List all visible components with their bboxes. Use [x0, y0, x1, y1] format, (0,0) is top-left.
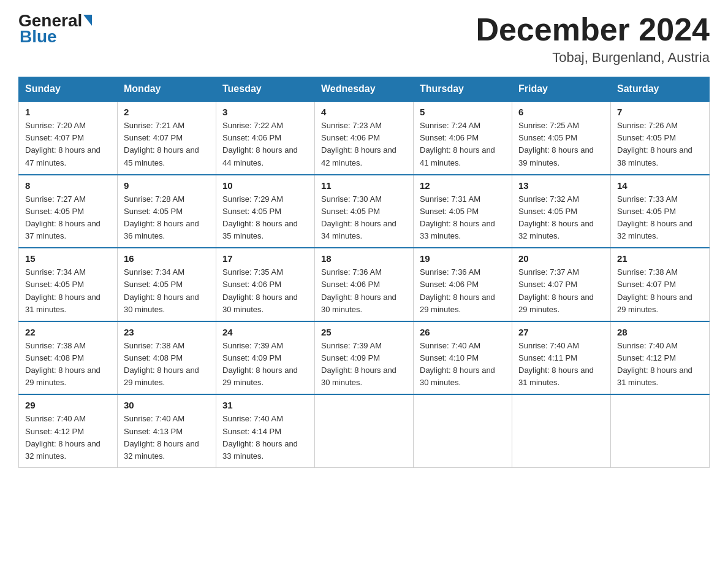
day-info: Sunrise: 7:20 AMSunset: 4:07 PMDaylight:… — [25, 120, 111, 169]
day-number: 10 — [222, 180, 308, 191]
day-info: Sunrise: 7:40 AMSunset: 4:10 PMDaylight:… — [420, 340, 506, 389]
day-number: 6 — [518, 107, 604, 117]
calendar-week-row-2: 8Sunrise: 7:27 AMSunset: 4:05 PMDaylight… — [19, 175, 710, 248]
calendar-cell — [611, 394, 710, 467]
day-info: Sunrise: 7:34 AMSunset: 4:05 PMDaylight:… — [124, 266, 210, 316]
day-number: 1 — [25, 107, 111, 117]
calendar-cell: 3Sunrise: 7:22 AMSunset: 4:06 PMDaylight… — [216, 101, 315, 175]
day-info: Sunrise: 7:29 AMSunset: 4:05 PMDaylight:… — [222, 193, 308, 243]
day-number: 29 — [25, 400, 111, 410]
day-number: 2 — [124, 107, 210, 117]
calendar-cell: 18Sunrise: 7:36 AMSunset: 4:06 PMDayligh… — [315, 248, 414, 321]
calendar-cell: 5Sunrise: 7:24 AMSunset: 4:06 PMDaylight… — [414, 101, 512, 175]
calendar-cell — [315, 394, 414, 467]
location-title: Tobaj, Burgenland, Austria — [476, 50, 710, 66]
day-info: Sunrise: 7:35 AMSunset: 4:06 PMDaylight:… — [222, 266, 308, 316]
col-saturday: Saturday — [611, 77, 710, 102]
calendar-cell: 23Sunrise: 7:38 AMSunset: 4:08 PMDayligh… — [118, 321, 216, 395]
calendar-cell: 7Sunrise: 7:26 AMSunset: 4:05 PMDaylight… — [611, 101, 710, 175]
day-number: 23 — [124, 327, 210, 337]
calendar-cell: 25Sunrise: 7:39 AMSunset: 4:09 PMDayligh… — [315, 321, 414, 395]
calendar-cell: 28Sunrise: 7:40 AMSunset: 4:12 PMDayligh… — [611, 321, 710, 395]
calendar-cell: 20Sunrise: 7:37 AMSunset: 4:07 PMDayligh… — [512, 248, 611, 321]
calendar-cell: 10Sunrise: 7:29 AMSunset: 4:05 PMDayligh… — [216, 175, 315, 248]
day-number: 20 — [518, 253, 604, 264]
day-info: Sunrise: 7:26 AMSunset: 4:05 PMDaylight:… — [617, 120, 703, 169]
day-number: 17 — [222, 253, 308, 264]
day-number: 21 — [617, 253, 703, 264]
calendar-cell: 8Sunrise: 7:27 AMSunset: 4:05 PMDaylight… — [19, 175, 118, 248]
calendar-cell: 13Sunrise: 7:32 AMSunset: 4:05 PMDayligh… — [512, 175, 611, 248]
calendar-cell: 27Sunrise: 7:40 AMSunset: 4:11 PMDayligh… — [512, 321, 611, 395]
logo: General Blue — [18, 12, 92, 47]
calendar-cell: 12Sunrise: 7:31 AMSunset: 4:05 PMDayligh… — [414, 175, 512, 248]
day-number: 18 — [321, 253, 407, 264]
day-info: Sunrise: 7:38 AMSunset: 4:07 PMDaylight:… — [617, 266, 703, 316]
calendar-cell: 30Sunrise: 7:40 AMSunset: 4:13 PMDayligh… — [118, 394, 216, 467]
day-info: Sunrise: 7:34 AMSunset: 4:05 PMDaylight:… — [25, 266, 111, 316]
day-number: 13 — [518, 180, 604, 191]
day-number: 8 — [25, 180, 111, 191]
calendar-header-row: Sunday Monday Tuesday Wednesday Thursday… — [19, 77, 710, 102]
day-info: Sunrise: 7:24 AMSunset: 4:06 PMDaylight:… — [420, 120, 506, 169]
calendar-cell: 31Sunrise: 7:40 AMSunset: 4:14 PMDayligh… — [216, 394, 315, 467]
day-info: Sunrise: 7:23 AMSunset: 4:06 PMDaylight:… — [321, 120, 407, 169]
day-info: Sunrise: 7:40 AMSunset: 4:12 PMDaylight:… — [25, 413, 111, 462]
calendar-cell — [512, 394, 611, 467]
day-info: Sunrise: 7:40 AMSunset: 4:14 PMDaylight:… — [222, 413, 308, 462]
month-title: December 2024 — [476, 12, 710, 47]
day-number: 5 — [420, 107, 506, 117]
calendar-cell: 22Sunrise: 7:38 AMSunset: 4:08 PMDayligh… — [19, 321, 118, 395]
day-number: 22 — [25, 327, 111, 337]
calendar-cell: 17Sunrise: 7:35 AMSunset: 4:06 PMDayligh… — [216, 248, 315, 321]
day-number: 26 — [420, 327, 506, 337]
calendar-cell: 24Sunrise: 7:39 AMSunset: 4:09 PMDayligh… — [216, 321, 315, 395]
day-info: Sunrise: 7:39 AMSunset: 4:09 PMDaylight:… — [222, 340, 308, 389]
title-block: December 2024 Tobaj, Burgenland, Austria — [476, 12, 710, 66]
day-info: Sunrise: 7:27 AMSunset: 4:05 PMDaylight:… — [25, 193, 111, 243]
calendar-cell — [414, 394, 512, 467]
calendar-cell: 2Sunrise: 7:21 AMSunset: 4:07 PMDaylight… — [118, 101, 216, 175]
day-info: Sunrise: 7:38 AMSunset: 4:08 PMDaylight:… — [25, 340, 111, 389]
calendar-cell: 26Sunrise: 7:40 AMSunset: 4:10 PMDayligh… — [414, 321, 512, 395]
day-info: Sunrise: 7:25 AMSunset: 4:05 PMDaylight:… — [518, 120, 604, 169]
day-info: Sunrise: 7:40 AMSunset: 4:12 PMDaylight:… — [617, 340, 703, 389]
day-number: 28 — [617, 327, 703, 337]
day-info: Sunrise: 7:37 AMSunset: 4:07 PMDaylight:… — [518, 266, 604, 316]
day-info: Sunrise: 7:31 AMSunset: 4:05 PMDaylight:… — [420, 193, 506, 243]
day-info: Sunrise: 7:36 AMSunset: 4:06 PMDaylight:… — [321, 266, 407, 316]
col-monday: Monday — [118, 77, 216, 102]
day-number: 14 — [617, 180, 703, 191]
day-info: Sunrise: 7:33 AMSunset: 4:05 PMDaylight:… — [617, 193, 703, 243]
day-info: Sunrise: 7:22 AMSunset: 4:06 PMDaylight:… — [222, 120, 308, 169]
calendar-week-row-5: 29Sunrise: 7:40 AMSunset: 4:12 PMDayligh… — [19, 394, 710, 467]
logo-arrow-icon — [83, 15, 92, 26]
calendar-cell: 14Sunrise: 7:33 AMSunset: 4:05 PMDayligh… — [611, 175, 710, 248]
day-info: Sunrise: 7:39 AMSunset: 4:09 PMDaylight:… — [321, 340, 407, 389]
day-number: 15 — [25, 253, 111, 264]
day-info: Sunrise: 7:40 AMSunset: 4:11 PMDaylight:… — [518, 340, 604, 389]
calendar-cell: 6Sunrise: 7:25 AMSunset: 4:05 PMDaylight… — [512, 101, 611, 175]
col-friday: Friday — [512, 77, 611, 102]
day-info: Sunrise: 7:28 AMSunset: 4:05 PMDaylight:… — [124, 193, 210, 243]
day-info: Sunrise: 7:36 AMSunset: 4:06 PMDaylight:… — [420, 266, 506, 316]
day-number: 4 — [321, 107, 407, 117]
calendar-cell: 19Sunrise: 7:36 AMSunset: 4:06 PMDayligh… — [414, 248, 512, 321]
calendar-cell: 9Sunrise: 7:28 AMSunset: 4:05 PMDaylight… — [118, 175, 216, 248]
day-number: 12 — [420, 180, 506, 191]
day-info: Sunrise: 7:32 AMSunset: 4:05 PMDaylight:… — [518, 193, 604, 243]
day-info: Sunrise: 7:40 AMSunset: 4:13 PMDaylight:… — [124, 413, 210, 462]
day-number: 31 — [222, 400, 308, 410]
day-number: 25 — [321, 327, 407, 337]
page-header: General Blue December 2024 Tobaj, Burgen… — [18, 12, 710, 66]
calendar-cell: 11Sunrise: 7:30 AMSunset: 4:05 PMDayligh… — [315, 175, 414, 248]
calendar-cell: 15Sunrise: 7:34 AMSunset: 4:05 PMDayligh… — [19, 248, 118, 321]
calendar-cell: 21Sunrise: 7:38 AMSunset: 4:07 PMDayligh… — [611, 248, 710, 321]
day-info: Sunrise: 7:21 AMSunset: 4:07 PMDaylight:… — [124, 120, 210, 169]
day-number: 30 — [124, 400, 210, 410]
day-number: 9 — [124, 180, 210, 191]
col-sunday: Sunday — [19, 77, 118, 102]
calendar-table: Sunday Monday Tuesday Wednesday Thursday… — [18, 77, 710, 468]
calendar-cell: 16Sunrise: 7:34 AMSunset: 4:05 PMDayligh… — [118, 248, 216, 321]
day-number: 24 — [222, 327, 308, 337]
